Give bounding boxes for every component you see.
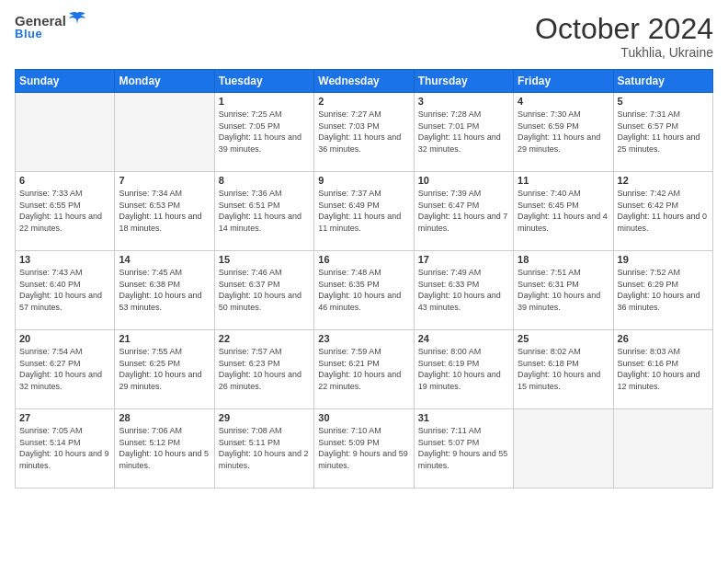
cell-info: Sunrise: 7:51 AM Sunset: 6:31 PM Dayligh… — [518, 267, 609, 313]
table-row: 11Sunrise: 7:40 AM Sunset: 6:45 PM Dayli… — [514, 172, 613, 251]
cell-info: Sunrise: 7:45 AM Sunset: 6:38 PM Dayligh… — [119, 267, 210, 313]
day-number: 7 — [119, 175, 210, 186]
header-friday: Friday — [514, 70, 613, 93]
day-number: 14 — [119, 254, 210, 265]
header-wednesday: Wednesday — [314, 70, 414, 93]
cell-info: Sunrise: 7:40 AM Sunset: 6:45 PM Dayligh… — [518, 188, 609, 234]
logo: General Blue — [15, 13, 86, 40]
table-row: 30Sunrise: 7:10 AM Sunset: 5:09 PM Dayli… — [314, 409, 414, 488]
table-row: 2Sunrise: 7:27 AM Sunset: 7:03 PM Daylig… — [314, 93, 414, 172]
table-row: 10Sunrise: 7:39 AM Sunset: 6:47 PM Dayli… — [414, 172, 513, 251]
day-number: 28 — [119, 412, 210, 423]
day-number: 25 — [518, 333, 609, 344]
day-number: 24 — [418, 333, 509, 344]
table-row: 27Sunrise: 7:05 AM Sunset: 5:14 PM Dayli… — [16, 409, 115, 488]
day-number: 4 — [518, 96, 609, 107]
cell-info: Sunrise: 7:57 AM Sunset: 6:23 PM Dayligh… — [219, 346, 310, 392]
table-row: 12Sunrise: 7:42 AM Sunset: 6:42 PM Dayli… — [613, 172, 712, 251]
table-row: 7Sunrise: 7:34 AM Sunset: 6:53 PM Daylig… — [115, 172, 214, 251]
table-row: 28Sunrise: 7:06 AM Sunset: 5:12 PM Dayli… — [115, 409, 214, 488]
day-number: 23 — [318, 333, 409, 344]
table-row: 19Sunrise: 7:52 AM Sunset: 6:29 PM Dayli… — [613, 251, 712, 330]
cell-info: Sunrise: 7:42 AM Sunset: 6:42 PM Dayligh… — [618, 188, 709, 234]
calendar-week-row: 6Sunrise: 7:33 AM Sunset: 6:55 PM Daylig… — [16, 172, 713, 251]
day-number: 13 — [19, 254, 110, 265]
cell-info: Sunrise: 7:34 AM Sunset: 6:53 PM Dayligh… — [119, 188, 210, 234]
calendar-table: Sunday Monday Tuesday Wednesday Thursday… — [15, 69, 713, 488]
calendar-week-row: 1Sunrise: 7:25 AM Sunset: 7:05 PM Daylig… — [16, 93, 713, 172]
month-title: October 2024 — [535, 13, 713, 45]
cell-info: Sunrise: 7:33 AM Sunset: 6:55 PM Dayligh… — [19, 188, 110, 234]
table-row: 8Sunrise: 7:36 AM Sunset: 6:51 PM Daylig… — [214, 172, 313, 251]
day-number: 16 — [318, 254, 409, 265]
table-row: 17Sunrise: 7:49 AM Sunset: 6:33 PM Dayli… — [414, 251, 513, 330]
calendar-week-row: 20Sunrise: 7:54 AM Sunset: 6:27 PM Dayli… — [16, 330, 713, 409]
table-row: 1Sunrise: 7:25 AM Sunset: 7:05 PM Daylig… — [214, 93, 313, 172]
table-row: 25Sunrise: 8:02 AM Sunset: 6:18 PM Dayli… — [514, 330, 613, 409]
logo-bird-icon — [68, 11, 86, 28]
table-row: 9Sunrise: 7:37 AM Sunset: 6:49 PM Daylig… — [314, 172, 414, 251]
day-number: 22 — [219, 333, 310, 344]
table-row: 13Sunrise: 7:43 AM Sunset: 6:40 PM Dayli… — [16, 251, 115, 330]
day-number: 10 — [418, 175, 509, 186]
table-row — [115, 93, 214, 172]
cell-info: Sunrise: 7:52 AM Sunset: 6:29 PM Dayligh… — [618, 267, 709, 313]
title-block: October 2024 Tukhlia, Ukraine — [535, 13, 713, 60]
table-row: 16Sunrise: 7:48 AM Sunset: 6:35 PM Dayli… — [314, 251, 414, 330]
day-number: 30 — [318, 412, 409, 423]
table-row: 23Sunrise: 7:59 AM Sunset: 6:21 PM Dayli… — [314, 330, 414, 409]
cell-info: Sunrise: 7:54 AM Sunset: 6:27 PM Dayligh… — [19, 346, 110, 392]
table-row: 26Sunrise: 8:03 AM Sunset: 6:16 PM Dayli… — [613, 330, 712, 409]
location: Tukhlia, Ukraine — [535, 45, 713, 60]
cell-info: Sunrise: 7:36 AM Sunset: 6:51 PM Dayligh… — [219, 188, 310, 234]
cell-info: Sunrise: 7:27 AM Sunset: 7:03 PM Dayligh… — [318, 109, 409, 155]
cell-info: Sunrise: 7:28 AM Sunset: 7:01 PM Dayligh… — [418, 109, 509, 155]
header-saturday: Saturday — [613, 70, 712, 93]
cell-info: Sunrise: 7:06 AM Sunset: 5:12 PM Dayligh… — [119, 425, 210, 471]
day-number: 15 — [219, 254, 310, 265]
table-row — [16, 93, 115, 172]
header: General Blue October 2024 Tukhlia, Ukrai… — [15, 13, 713, 60]
day-number: 21 — [119, 333, 210, 344]
day-number: 31 — [418, 412, 509, 423]
day-number: 1 — [219, 96, 310, 107]
cell-info: Sunrise: 7:49 AM Sunset: 6:33 PM Dayligh… — [418, 267, 509, 313]
table-row: 3Sunrise: 7:28 AM Sunset: 7:01 PM Daylig… — [414, 93, 513, 172]
cell-info: Sunrise: 7:10 AM Sunset: 5:09 PM Dayligh… — [318, 425, 409, 471]
cell-info: Sunrise: 7:59 AM Sunset: 6:21 PM Dayligh… — [318, 346, 409, 392]
table-row — [514, 409, 613, 488]
table-row: 22Sunrise: 7:57 AM Sunset: 6:23 PM Dayli… — [214, 330, 313, 409]
table-row: 20Sunrise: 7:54 AM Sunset: 6:27 PM Dayli… — [16, 330, 115, 409]
cell-info: Sunrise: 7:31 AM Sunset: 6:57 PM Dayligh… — [618, 109, 709, 155]
cell-info: Sunrise: 7:48 AM Sunset: 6:35 PM Dayligh… — [318, 267, 409, 313]
cell-info: Sunrise: 7:30 AM Sunset: 6:59 PM Dayligh… — [518, 109, 609, 155]
header-monday: Monday — [115, 70, 214, 93]
calendar-week-row: 27Sunrise: 7:05 AM Sunset: 5:14 PM Dayli… — [16, 409, 713, 488]
cell-info: Sunrise: 7:25 AM Sunset: 7:05 PM Dayligh… — [219, 109, 310, 155]
header-tuesday: Tuesday — [214, 70, 313, 93]
cell-info: Sunrise: 7:55 AM Sunset: 6:25 PM Dayligh… — [119, 346, 210, 392]
cell-info: Sunrise: 7:43 AM Sunset: 6:40 PM Dayligh… — [19, 267, 110, 313]
header-sunday: Sunday — [16, 70, 115, 93]
page: General Blue October 2024 Tukhlia, Ukrai… — [0, 0, 728, 563]
cell-info: Sunrise: 8:03 AM Sunset: 6:16 PM Dayligh… — [618, 346, 709, 392]
calendar-header-row: Sunday Monday Tuesday Wednesday Thursday… — [16, 70, 713, 93]
cell-info: Sunrise: 7:37 AM Sunset: 6:49 PM Dayligh… — [318, 188, 409, 234]
table-row: 5Sunrise: 7:31 AM Sunset: 6:57 PM Daylig… — [613, 93, 712, 172]
day-number: 11 — [518, 175, 609, 186]
day-number: 20 — [19, 333, 110, 344]
table-row: 29Sunrise: 7:08 AM Sunset: 5:11 PM Dayli… — [214, 409, 313, 488]
table-row: 4Sunrise: 7:30 AM Sunset: 6:59 PM Daylig… — [514, 93, 613, 172]
cell-info: Sunrise: 8:02 AM Sunset: 6:18 PM Dayligh… — [518, 346, 609, 392]
day-number: 6 — [19, 175, 110, 186]
table-row: 6Sunrise: 7:33 AM Sunset: 6:55 PM Daylig… — [16, 172, 115, 251]
cell-info: Sunrise: 7:39 AM Sunset: 6:47 PM Dayligh… — [418, 188, 509, 234]
calendar-week-row: 13Sunrise: 7:43 AM Sunset: 6:40 PM Dayli… — [16, 251, 713, 330]
day-number: 12 — [618, 175, 709, 186]
day-number: 18 — [518, 254, 609, 265]
day-number: 3 — [418, 96, 509, 107]
cell-info: Sunrise: 7:46 AM Sunset: 6:37 PM Dayligh… — [219, 267, 310, 313]
day-number: 27 — [19, 412, 110, 423]
cell-info: Sunrise: 7:08 AM Sunset: 5:11 PM Dayligh… — [219, 425, 310, 471]
logo-blue-text: Blue — [15, 27, 86, 40]
